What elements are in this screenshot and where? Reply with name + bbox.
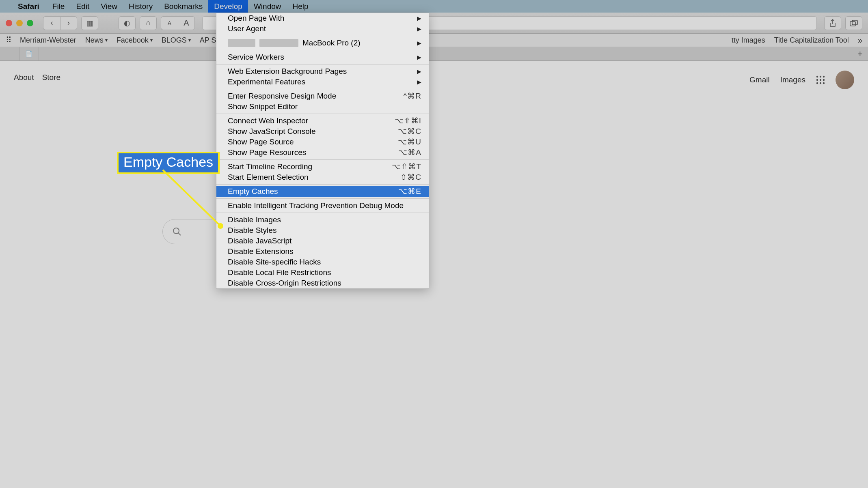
menu-view[interactable]: View <box>95 0 123 13</box>
svg-point-6 <box>820 79 821 81</box>
menu-window[interactable]: Window <box>248 0 287 13</box>
menu-item-label: User Agent <box>228 24 266 34</box>
menu-item-service-workers[interactable]: Service Workers▶ <box>216 52 429 62</box>
menu-item-empty-caches[interactable]: Empty Caches⌥⌘E <box>216 186 429 197</box>
text-larger-button[interactable]: A <box>178 16 195 30</box>
menu-item-web-extension-background-pages[interactable]: Web Extension Background Pages▶ <box>216 66 429 77</box>
menu-item-show-snippet-editor[interactable]: Show Snippet Editor <box>216 101 429 112</box>
window-controls <box>6 20 33 26</box>
show-favorites-grid-icon[interactable]: ⠿ <box>6 35 11 45</box>
menu-item-label: Start Timeline Recording <box>228 161 312 172</box>
menu-item-enable-intelligent-tracking-prevention-debug-mode[interactable]: Enable Intelligent Tracking Prevention D… <box>216 200 429 211</box>
menu-item-disable-cross-origin-restrictions[interactable]: Disable Cross-Origin Restrictions <box>216 278 429 288</box>
page-link-gmail[interactable]: Gmail <box>749 75 770 84</box>
web-page-content: AboutStore GmailImages <box>0 61 868 488</box>
submenu-arrow-icon: ▶ <box>417 66 421 77</box>
favorite-news[interactable]: News▾ <box>85 36 108 45</box>
menu-item-label: Disable Styles <box>228 225 276 236</box>
menu-item-start-element-selection[interactable]: Start Element Selection⇧⌘C <box>216 172 429 183</box>
zoom-window-button[interactable] <box>27 20 33 26</box>
home-button[interactable]: ⌂ <box>140 16 157 30</box>
develop-menu-dropdown: Open Page With▶User Agent▶MacBook Pro (2… <box>216 13 429 289</box>
menu-history[interactable]: History <box>123 0 158 13</box>
app-name[interactable]: Safari <box>18 2 39 11</box>
sidebar-button[interactable]: ▥ <box>81 16 98 30</box>
menu-shortcut: ⌥⇧⌘T <box>392 161 421 172</box>
menu-item-show-page-source[interactable]: Show Page Source⌥⌘U <box>216 137 429 147</box>
menu-item-label: Enter Responsive Design Mode <box>228 91 336 101</box>
search-icon <box>173 227 181 236</box>
google-apps-icon[interactable] <box>816 75 825 84</box>
menu-separator <box>216 114 429 114</box>
menu-item-disable-extensions[interactable]: Disable Extensions <box>216 246 429 257</box>
menu-shortcut: ^⌘R <box>403 91 421 101</box>
tab-apple[interactable] <box>0 47 19 60</box>
favorites-overflow-button[interactable]: » <box>858 36 862 45</box>
menu-separator <box>216 50 429 50</box>
show-tabs-button[interactable] <box>845 16 862 30</box>
share-icon <box>829 19 836 27</box>
chevron-down-icon: ▾ <box>150 37 153 43</box>
menu-item-start-timeline-recording[interactable]: Start Timeline Recording⌥⇧⌘T <box>216 161 429 172</box>
menu-item-connect-web-inspector[interactable]: Connect Web Inspector⌥⇧⌘I <box>216 116 429 126</box>
forward-button[interactable]: › <box>60 16 77 30</box>
svg-line-12 <box>178 233 181 235</box>
menu-edit[interactable]: Edit <box>70 0 95 13</box>
menu-item-disable-styles[interactable]: Disable Styles <box>216 225 429 236</box>
svg-point-2 <box>816 76 818 77</box>
new-tab-button[interactable]: + <box>852 47 868 60</box>
page-link-images[interactable]: Images <box>780 75 805 84</box>
favorite-tty-images[interactable]: tty Images <box>732 36 765 45</box>
menu-shortcut: ⌥⌘E <box>398 186 421 197</box>
close-window-button[interactable] <box>6 20 12 26</box>
menu-item-user-agent[interactable]: User Agent▶ <box>216 24 429 34</box>
favorite-facebook[interactable]: Facebook▾ <box>117 36 153 45</box>
menu-shortcut: ⇧⌘C <box>400 172 421 183</box>
svg-rect-1 <box>852 20 857 25</box>
menu-bookmarks[interactable]: Bookmarks <box>158 0 208 13</box>
menu-item-label: Web Extension Background Pages <box>228 66 347 77</box>
svg-point-7 <box>823 79 825 81</box>
menu-item-label: Empty Caches <box>228 186 278 197</box>
back-button[interactable]: ‹ <box>43 16 60 30</box>
menu-item-show-page-resources[interactable]: Show Page Resources⌥⌘A <box>216 147 429 158</box>
menu-item-disable-javascript[interactable]: Disable JavaScript <box>216 236 429 246</box>
minimize-window-button[interactable] <box>16 20 23 26</box>
menu-item-label: Disable JavaScript <box>228 236 291 246</box>
account-avatar[interactable] <box>836 71 854 89</box>
svg-point-3 <box>820 76 821 77</box>
page-top-right-links: GmailImages <box>749 71 854 89</box>
favorite-merriam-webster[interactable]: Merriam-Webster <box>20 36 76 45</box>
menu-item-open-page-with[interactable]: Open Page With▶ <box>216 13 429 24</box>
menu-item-show-javascript-console[interactable]: Show JavaScript Console⌥⌘C <box>216 126 429 137</box>
privacy-report-button[interactable]: ◐ <box>119 16 136 30</box>
menu-item-disable-local-file-restrictions[interactable]: Disable Local File Restrictions <box>216 267 429 278</box>
menu-item-label: Disable Images <box>228 215 281 225</box>
menu-item-experimental-features[interactable]: Experimental Features▶ <box>216 77 429 87</box>
page-link-about[interactable]: About <box>14 73 34 82</box>
menu-develop[interactable]: Develop <box>208 0 248 13</box>
tab-strip: 📄 + <box>0 47 868 61</box>
favorite-blogs[interactable]: BLOGS▾ <box>162 36 191 45</box>
nav-buttons: ‹ › <box>43 16 77 30</box>
tab-page[interactable]: 📄 <box>19 47 39 60</box>
page-link-store[interactable]: Store <box>42 73 60 82</box>
menu-file[interactable]: File <box>47 0 71 13</box>
text-smaller-button[interactable]: A <box>161 16 178 30</box>
favorite-title-capitalization-tool[interactable]: Title Capitalization Tool <box>774 36 849 45</box>
menu-item-label: Disable Cross-Origin Restrictions <box>228 278 341 288</box>
share-button[interactable] <box>824 16 841 30</box>
submenu-arrow-icon: ▶ <box>417 13 421 24</box>
svg-point-4 <box>823 76 825 77</box>
menu-item-macbook-pro-2-[interactable]: MacBook Pro (2)▶ <box>216 38 429 48</box>
menu-item-enter-responsive-design-mode[interactable]: Enter Responsive Design Mode^⌘R <box>216 91 429 101</box>
menu-item-label: Disable Local File Restrictions <box>228 267 331 278</box>
menu-help[interactable]: Help <box>287 0 314 13</box>
annotation-callout: Empty Caches <box>117 152 220 174</box>
submenu-arrow-icon: ▶ <box>417 24 421 34</box>
svg-point-8 <box>816 82 818 84</box>
menu-item-disable-site-specific-hacks[interactable]: Disable Site-specific Hacks <box>216 257 429 267</box>
menu-item-label: Experimental Features <box>228 77 305 87</box>
menu-item-disable-images[interactable]: Disable Images <box>216 215 429 225</box>
macos-menubar: Safari FileEditViewHistoryBookmarksDevel… <box>0 0 868 13</box>
